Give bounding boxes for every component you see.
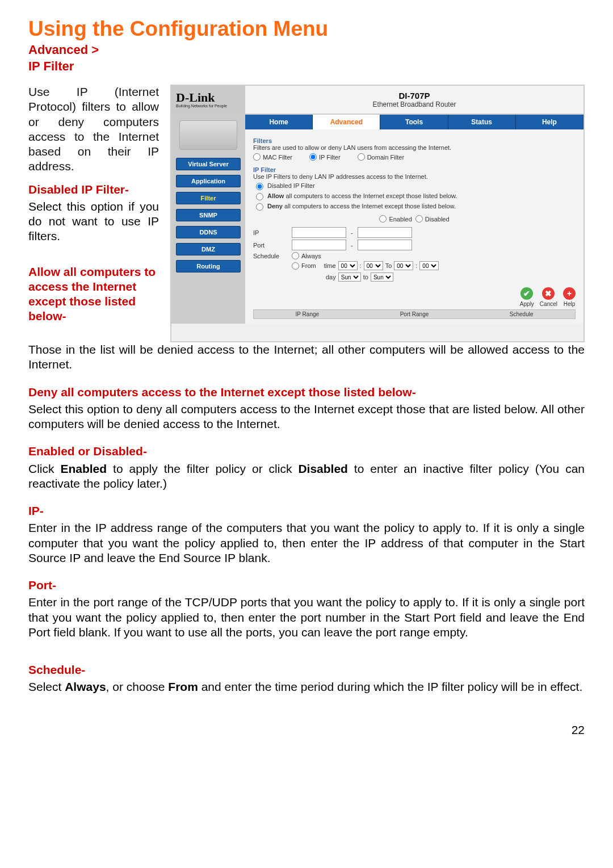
radio-mac-filter-label: MAC Filter (263, 154, 292, 161)
apply-label: Apply (520, 301, 534, 307)
radio-domain-filter-label: Domain Filter (367, 154, 404, 161)
heading-schedule: Schedule- (28, 662, 585, 677)
body-ip: Enter in the IP address range of the com… (28, 521, 585, 565)
sidebar-item-ddns[interactable]: DDNS (176, 226, 241, 238)
breadcrumb: Advanced > IP Filter (28, 42, 585, 74)
body-disabled-ip-filter: Select this option if you do not want to… (28, 199, 159, 244)
tab-advanced[interactable]: Advanced (313, 115, 380, 129)
tab-help[interactable]: Help (516, 115, 583, 129)
th-port-range: Port Range (361, 310, 468, 318)
radio-always-label: Always (301, 253, 321, 259)
th-schedule: Schedule (468, 310, 575, 318)
tab-row: Home Advanced Tools Status Help (245, 115, 583, 129)
body-schedule: Select Always, or choose From and enter … (28, 680, 585, 694)
brand-tagline: Building Networks for People (176, 104, 241, 108)
body-enabled-disabled: Click Enabled to apply the filter policy… (28, 462, 585, 492)
schedule-label: Schedule (253, 253, 287, 259)
sidebar-item-routing[interactable]: Routing (176, 260, 241, 272)
body-allow-all: Those in the list will be denied access … (28, 342, 585, 372)
radio-from[interactable]: From (292, 262, 316, 270)
policy-allow[interactable]: Allow all computers to access the Intern… (253, 191, 576, 200)
time-to-mm[interactable]: 00 (419, 261, 439, 270)
radio-ip-filter[interactable]: IP Filter (309, 153, 341, 161)
day-label: day (326, 274, 336, 280)
policy-allow-label: Allow all computers to access the Intern… (267, 192, 457, 199)
policy-disabled-label: Disabled IP Filter (267, 182, 315, 189)
th-ip-range: IP Range (254, 310, 361, 318)
body-deny-all: Select this option to deny all computers… (28, 402, 585, 432)
time-to-hh[interactable]: 00 (394, 261, 413, 270)
router-subtitle: Ethernet Broadband Router (373, 100, 456, 108)
to-label: To (385, 262, 392, 269)
device-icon (179, 120, 237, 150)
ip-end-input[interactable] (358, 227, 412, 238)
brand-text: D-Link (176, 91, 241, 104)
policy-disabled[interactable]: Disabled IP Filter (253, 181, 576, 190)
radio-ip-filter-label: IP Filter (319, 154, 341, 161)
breadcrumb-line1: Advanced > (28, 43, 99, 57)
body-port: Enter in the port range of the TCP/UDP p… (28, 595, 585, 640)
cancel-icon: ✖ (542, 287, 555, 300)
radio-disabled[interactable]: Disabled (415, 215, 450, 223)
radio-domain-filter[interactable]: Domain Filter (358, 153, 404, 161)
heading-deny-all: Deny all computers access to the Interne… (28, 385, 585, 400)
tab-home[interactable]: Home (245, 115, 313, 129)
heading-allow-all: Allow all computers to access the Intern… (28, 265, 159, 324)
sidebar-item-application[interactable]: Application (176, 175, 241, 187)
sidebar-item-dmz[interactable]: DMZ (176, 243, 241, 255)
help-icon: + (563, 287, 576, 300)
help-button[interactable]: + Help (563, 287, 576, 307)
table-header: IP Range Port Range Schedule (253, 309, 576, 319)
policy-deny[interactable]: Deny all computers to access the Interne… (253, 202, 576, 211)
page-number: 22 (28, 723, 585, 737)
intro-text: Use IP (Internet Protocol) filters to al… (28, 85, 159, 174)
filters-desc: Filters are used to allow or deny LAN us… (253, 144, 576, 151)
time-label: time (324, 262, 336, 269)
breadcrumb-line2: IP Filter (28, 59, 74, 73)
sidebar-item-snmp[interactable]: SNMP (176, 209, 241, 221)
ipfilter-title: IP Filter (253, 166, 576, 173)
sidebar-item-filter[interactable]: Filter (176, 192, 241, 204)
radio-from-label: From (301, 262, 316, 269)
brand-logo: D-Link Building Networks for People (171, 86, 245, 114)
radio-always[interactable]: Always (292, 252, 321, 259)
to-low-label: to (363, 274, 368, 280)
day-from[interactable]: Sun (338, 272, 361, 282)
sidebar-item-virtual-server[interactable]: Virtual Server (176, 158, 241, 170)
heading-port: Port- (28, 578, 585, 593)
policy-deny-label: Deny all computers to access the Interne… (267, 203, 456, 209)
port-label: Port (253, 242, 287, 249)
cancel-button[interactable]: ✖ Cancel (540, 287, 557, 307)
port-start-input[interactable] (292, 240, 346, 250)
tab-status[interactable]: Status (448, 115, 516, 129)
port-end-input[interactable] (358, 240, 412, 250)
heading-enabled-disabled: Enabled or Disabled- (28, 444, 585, 459)
apply-button[interactable]: ✔ Apply (520, 287, 534, 307)
help-label: Help (564, 301, 576, 307)
ip-start-input[interactable] (292, 227, 346, 238)
ip-label: IP (253, 229, 287, 236)
cancel-label: Cancel (540, 301, 557, 307)
day-to[interactable]: Sun (371, 272, 393, 282)
radio-disabled-label: Disabled (425, 216, 450, 223)
heading-ip: IP- (28, 504, 585, 518)
page-title: Using the Configuration Menu (28, 17, 585, 41)
heading-disabled-ip-filter: Disabled IP Filter- (28, 182, 159, 197)
ipfilter-desc: Use IP Filters to deny LAN IP addresses … (253, 173, 576, 180)
router-screenshot: D-Link Building Networks for People DI-7… (170, 85, 585, 342)
time-from-hh[interactable]: 00 (338, 261, 358, 270)
apply-icon: ✔ (520, 287, 533, 300)
time-from-mm[interactable]: 00 (364, 261, 383, 270)
tab-tools[interactable]: Tools (380, 115, 448, 129)
radio-enabled-label: Enabled (389, 216, 412, 223)
radio-mac-filter[interactable]: MAC Filter (253, 153, 292, 161)
radio-enabled[interactable]: Enabled (379, 215, 412, 223)
router-sidebar: Virtual Server Application Filter SNMP D… (171, 115, 245, 324)
router-model: DI-707P (398, 91, 430, 100)
filters-title: Filters (253, 137, 576, 144)
